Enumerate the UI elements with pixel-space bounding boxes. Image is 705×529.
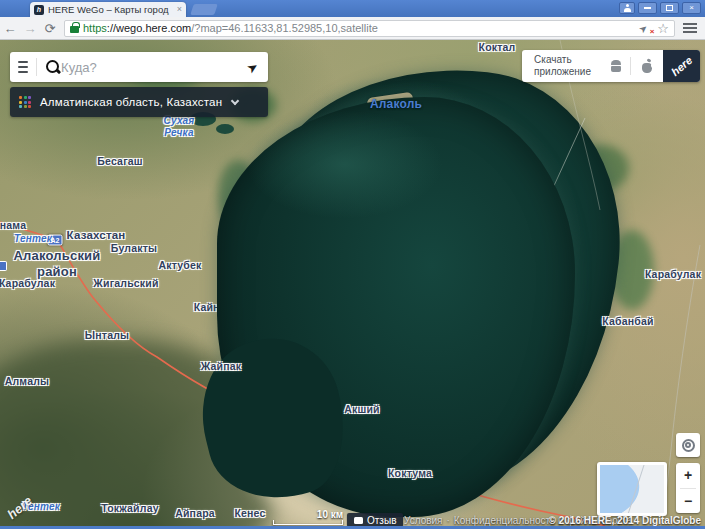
url-domain: ://wego.here.com: [107, 22, 191, 34]
android-icon[interactable]: [609, 60, 622, 72]
here-logo[interactable]: here: [663, 50, 700, 82]
browser-toolbar: ← → ⟳ https ://wego.here.com /?map=46.11…: [0, 17, 705, 40]
apps-grid-icon: [19, 96, 31, 108]
padlock-icon: [70, 26, 79, 33]
download-app-panel: Скачать приложение here: [522, 50, 700, 82]
overview-minimap[interactable]: [597, 462, 667, 516]
tab-title: HERE WeGo – Карты город: [48, 4, 173, 15]
here-favicon: h: [34, 5, 44, 15]
zoom-out-button[interactable]: −: [676, 489, 700, 514]
highway-a2: [0, 222, 605, 526]
back-icon[interactable]: ←: [0, 21, 20, 36]
browser-titlebar: h HERE WeGo – Карты город × ×: [0, 0, 705, 17]
lake-route-line: [467, 118, 585, 440]
copyright-notice: © 2016 HERE, 2014 DigitalGlobe: [549, 515, 701, 526]
maximize-button[interactable]: [660, 2, 679, 14]
directions-icon[interactable]: ➤: [244, 58, 261, 77]
close-button[interactable]: ×: [682, 2, 701, 14]
browser-menu-icon[interactable]: [683, 23, 697, 33]
region-label: Алматинская область, Казахстан: [40, 96, 222, 108]
url-scheme: https: [83, 22, 107, 34]
locate-button[interactable]: [676, 433, 700, 457]
chevron-down-icon: [231, 96, 239, 104]
url-path: /?map=46.11633,81.52985,10,satellite: [191, 22, 635, 34]
tab-close-icon[interactable]: ×: [177, 5, 182, 14]
minimap-content: [600, 465, 664, 513]
download-label: Скачать приложение: [522, 54, 601, 78]
region-selector[interactable]: Алматинская область, Казахстан: [10, 87, 268, 117]
new-tab-button[interactable]: [190, 4, 218, 15]
scale-bar: [273, 520, 343, 525]
forward-icon[interactable]: →: [20, 21, 40, 36]
road-shield: А2: [253, 405, 268, 416]
scale-label: 10 км: [317, 509, 343, 520]
search-bar: ➤: [10, 52, 268, 82]
minimize-button[interactable]: [638, 2, 657, 14]
zoom-controls: + −: [676, 463, 700, 513]
road-shield-fragment: [0, 261, 7, 271]
menu-hamburger-icon[interactable]: [18, 61, 28, 73]
zoom-in-button[interactable]: +: [676, 463, 700, 488]
apple-icon[interactable]: [641, 60, 653, 73]
feedback-button[interactable]: Отзыв: [347, 513, 403, 526]
locate-icon: [682, 439, 695, 452]
search-input[interactable]: [61, 60, 237, 75]
terms-link[interactable]: Условия: [404, 515, 443, 526]
search-icon: [46, 60, 55, 75]
address-bar[interactable]: https ://wego.here.com /?map=46.11633,81…: [64, 20, 675, 37]
divider: [36, 58, 37, 76]
map-canvas[interactable]: А2А2 КокталСухая РечкаБесагашанамаТентек…: [0, 40, 705, 526]
window-controls: ×: [619, 2, 701, 14]
reload-icon[interactable]: ⟳: [40, 21, 60, 36]
maximize-icon: [666, 5, 673, 11]
legal-separator: ·: [447, 515, 450, 526]
browser-tab[interactable]: h HERE WeGo – Карты город ×: [30, 2, 186, 17]
profile-icon[interactable]: [619, 2, 635, 14]
road-shield: А2: [48, 235, 63, 246]
browser-window: h HERE WeGo – Карты город × × ← → ⟳ http…: [0, 0, 705, 529]
geolocation-blocked-icon[interactable]: ➤ ×: [639, 23, 653, 34]
divider: [630, 57, 631, 75]
feedback-icon: [354, 517, 363, 524]
minimize-icon: [644, 7, 651, 9]
bookmark-star-icon[interactable]: ☆: [657, 22, 669, 35]
